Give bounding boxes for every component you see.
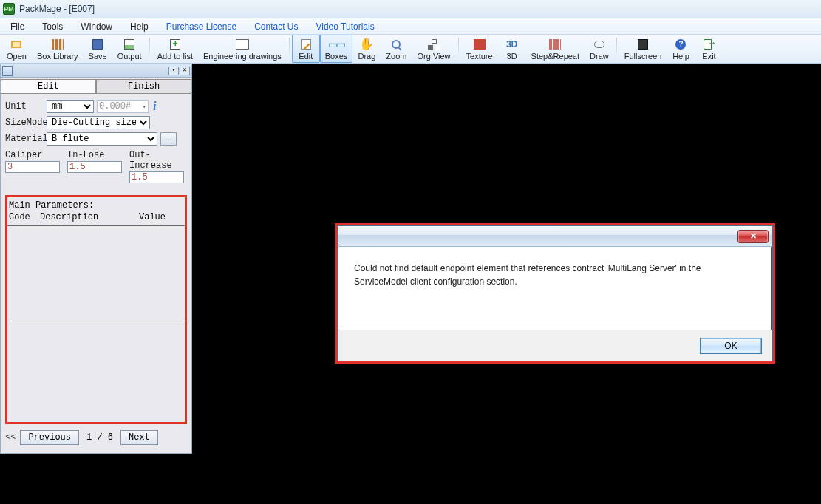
- texture-icon: [474, 39, 486, 50]
- dialog-ok-button[interactable]: OK: [700, 338, 762, 354]
- tool-boxes[interactable]: ▭▭Boxes: [320, 35, 353, 63]
- sizemode-label: SizeMode: [5, 118, 44, 128]
- sizemode-select[interactable]: Die-Cutting size: [47, 116, 150, 129]
- main-parameters-grid: [7, 225, 185, 422]
- zoom-icon: [392, 40, 401, 49]
- menu-video-tutorials[interactable]: Video Tutorials: [308, 20, 381, 33]
- grid-row-lower: [7, 324, 185, 422]
- save-icon: [92, 39, 103, 50]
- dialog-footer: OK: [338, 330, 772, 361]
- pager-first-button[interactable]: <<: [5, 432, 16, 443]
- tool-engineering-drawings[interactable]: Engineering drawings: [198, 35, 287, 63]
- panel-form: Unit mm 0.000# i SizeMode Die-Cutting si…: [1, 94, 191, 188]
- tool-save[interactable]: Save: [84, 35, 112, 63]
- tool-org-view[interactable]: Org View: [412, 35, 455, 63]
- tool-step-repeat[interactable]: Step&Repeat: [526, 35, 585, 63]
- material-more-button[interactable]: ..: [160, 132, 177, 146]
- outincrease-input[interactable]: [129, 171, 184, 183]
- tool-exit[interactable]: Exit: [695, 35, 723, 63]
- main-parameters-title: Main Parameters:: [7, 197, 185, 212]
- panel-dropdown-button[interactable]: ▾: [168, 67, 179, 75]
- dialog-titlebar: ✕: [338, 226, 772, 247]
- draw-icon: [594, 39, 604, 50]
- output-icon: [124, 39, 134, 50]
- outincrease-label: Out-Increase: [129, 150, 187, 171]
- tool-fullscreen[interactable]: Fullscreen: [619, 35, 667, 63]
- pager: << Previous 1 / 6 Next: [1, 424, 191, 451]
- org-view-icon: [428, 39, 440, 50]
- tool-help[interactable]: ?Help: [667, 35, 695, 63]
- menu-purchase-license[interactable]: Purchase License: [159, 20, 244, 33]
- folder-open-icon: [11, 41, 21, 48]
- tab-edit[interactable]: Edit: [1, 79, 96, 93]
- fullscreen-icon: [638, 39, 648, 50]
- inlose-label: In-Lose: [67, 150, 122, 160]
- caliper-input[interactable]: [5, 161, 60, 173]
- inlose-input[interactable]: [67, 161, 122, 173]
- tool-add-to-list[interactable]: Add to list: [152, 35, 198, 63]
- panel-close-button[interactable]: ✕: [180, 67, 190, 75]
- material-select[interactable]: B flute: [47, 132, 157, 146]
- tab-finish[interactable]: Finish: [96, 79, 191, 93]
- panel-system-icon: [2, 66, 13, 76]
- menu-contact-us[interactable]: Contact Us: [247, 20, 305, 33]
- library-icon: [52, 39, 64, 50]
- error-dialog-highlight: ✕ Could not find default endpoint elemen…: [335, 223, 775, 364]
- side-panel: ▾ ✕ Edit Finish Unit mm 0.000# i SizeMod…: [0, 64, 192, 454]
- menu-bar: File Tools Window Help Purchase License …: [0, 18, 821, 35]
- tool-output[interactable]: Output: [112, 35, 147, 63]
- col-value: Value: [139, 212, 183, 222]
- help-icon: ?: [675, 39, 686, 50]
- window-title: PackMage - [E007]: [19, 4, 95, 14]
- tool-box-library[interactable]: Box Library: [32, 35, 84, 63]
- hand-icon: ✋: [360, 38, 373, 51]
- tool-zoom[interactable]: Zoom: [381, 35, 412, 63]
- tool-draw[interactable]: Draw: [585, 35, 614, 63]
- material-label: Material: [5, 134, 44, 144]
- main-parameters-columns: Code Description Value: [7, 212, 185, 225]
- unit-label: Unit: [5, 101, 44, 112]
- col-code: Code: [9, 212, 40, 222]
- error-dialog: ✕ Could not find default endpoint elemen…: [337, 225, 773, 361]
- menu-file[interactable]: File: [3, 20, 32, 33]
- add-icon: [170, 39, 180, 50]
- toolbar: Open Box Library Save Output Add to list…: [0, 35, 821, 64]
- unit-select[interactable]: mm: [47, 100, 94, 113]
- menu-tools[interactable]: Tools: [35, 20, 70, 33]
- drawings-icon: [236, 39, 249, 50]
- dialog-close-button[interactable]: ✕: [737, 230, 769, 243]
- workspace: ▾ ✕ Edit Finish Unit mm 0.000# i SizeMod…: [0, 64, 821, 504]
- step-repeat-icon: [549, 39, 561, 50]
- tool-open[interactable]: Open: [1, 35, 32, 63]
- tool-texture[interactable]: Texture: [461, 35, 498, 63]
- panel-header: ▾ ✕: [1, 64, 191, 78]
- col-description: Description: [40, 212, 139, 222]
- pager-previous-button[interactable]: Previous: [20, 430, 79, 445]
- menu-window[interactable]: Window: [73, 20, 120, 33]
- tool-drag[interactable]: ✋Drag: [352, 35, 381, 63]
- panel-tabs: Edit Finish: [1, 78, 191, 94]
- title-bar: PM PackMage - [E007]: [0, 0, 821, 18]
- three-d-icon: 3D: [505, 38, 519, 51]
- pager-page-indicator: 1 / 6: [84, 432, 116, 443]
- edit-icon: [301, 39, 311, 50]
- dialog-message: Could not find default endpoint element …: [338, 247, 772, 330]
- caliper-label: Caliper: [5, 150, 60, 160]
- tool-edit[interactable]: Edit: [292, 35, 320, 63]
- app-icon: PM: [3, 3, 15, 15]
- close-icon: ✕: [750, 231, 757, 241]
- pager-next-button[interactable]: Next: [120, 430, 158, 445]
- exit-icon: [704, 39, 714, 50]
- tool-3d[interactable]: 3D3D: [498, 35, 526, 63]
- grid-row-upper: [7, 226, 185, 324]
- main-parameters-panel: Main Parameters: Code Description Value: [5, 195, 187, 424]
- boxes-icon: ▭▭: [330, 38, 343, 51]
- number-format-select[interactable]: 0.000#: [97, 100, 149, 113]
- menu-help[interactable]: Help: [123, 20, 156, 33]
- info-icon[interactable]: i: [153, 100, 156, 113]
